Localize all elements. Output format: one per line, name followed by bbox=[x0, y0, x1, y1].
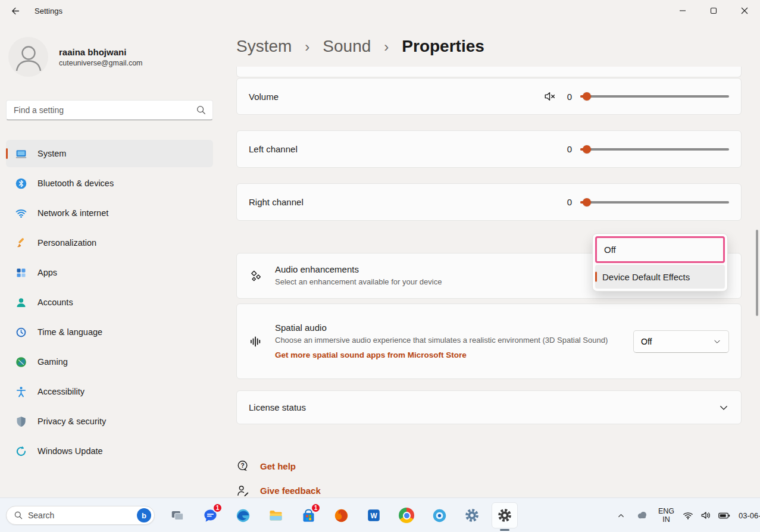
spatial-audio-icon bbox=[249, 334, 264, 349]
breadcrumb-system[interactable]: System bbox=[236, 37, 292, 56]
volume-slider[interactable] bbox=[580, 90, 729, 102]
license-status-label: License status bbox=[249, 402, 306, 412]
volume-value: 0 bbox=[565, 92, 572, 102]
get-help-label: Get help bbox=[260, 461, 296, 471]
license-status-card[interactable]: License status bbox=[236, 390, 742, 424]
taskbar-search[interactable]: b bbox=[6, 506, 155, 525]
audio-enhancements-description: Select an enhancement available for your… bbox=[275, 277, 442, 288]
spatial-audio-store-link[interactable]: Get more spatial sound apps from Microso… bbox=[275, 351, 467, 359]
selected-indicator bbox=[6, 148, 8, 159]
audio-enhancements-dropdown-menu: Off Device Default Effects bbox=[592, 233, 728, 292]
cloud-icon bbox=[635, 508, 649, 522]
settings-search[interactable] bbox=[6, 100, 213, 120]
taskbar-app-task-view[interactable] bbox=[164, 502, 190, 528]
maximize-button[interactable] bbox=[698, 0, 729, 21]
sidebar-item-gaming[interactable]: Gaming bbox=[6, 348, 213, 375]
left-channel-label: Left channel bbox=[249, 144, 298, 154]
windows-update-icon bbox=[15, 445, 27, 458]
taskbar-app-chat[interactable]: 1 bbox=[197, 502, 223, 528]
sidebar-item-label: Windows Update bbox=[37, 446, 103, 456]
left-channel-slider-thumb[interactable] bbox=[583, 145, 591, 154]
right-channel-label: Right channel bbox=[249, 197, 304, 207]
settings-gear-icon bbox=[497, 508, 512, 523]
minimize-button[interactable] bbox=[667, 0, 698, 21]
language-code: ENG bbox=[658, 507, 674, 515]
taskbar-app-file-explorer[interactable] bbox=[262, 502, 289, 528]
sidebar-item-label: Network & internet bbox=[37, 208, 108, 218]
bing-icon[interactable]: b bbox=[137, 508, 151, 522]
network-icon bbox=[15, 207, 27, 220]
mute-button[interactable] bbox=[543, 90, 556, 103]
volume-slider-thumb[interactable] bbox=[583, 92, 591, 101]
gaming-icon bbox=[15, 356, 27, 368]
taskbar-app-store[interactable]: 1 bbox=[295, 502, 321, 528]
taskbar-search-input[interactable] bbox=[28, 511, 132, 520]
right-channel-slider[interactable] bbox=[580, 196, 729, 208]
taskbar-app-firefox[interactable] bbox=[328, 502, 354, 528]
scrollbar[interactable] bbox=[756, 230, 758, 316]
left-channel-card: Left channel 0 bbox=[236, 130, 742, 168]
privacy-icon bbox=[15, 415, 27, 428]
tray-overflow-button[interactable] bbox=[612, 503, 631, 527]
user-profile[interactable]: raaina bhojwani cuteuniverse@gmail.com bbox=[8, 37, 143, 77]
language-switcher[interactable]: ENG IN bbox=[653, 503, 679, 527]
taskbar-app-edge[interactable] bbox=[230, 502, 256, 528]
sidebar-item-label: Time & language bbox=[37, 327, 102, 337]
sidebar-item-privacy-security[interactable]: Privacy & security bbox=[6, 408, 213, 435]
give-feedback-link[interactable]: Give feedback bbox=[236, 484, 321, 497]
taskbar-app-system-tools[interactable] bbox=[459, 502, 485, 528]
spatial-audio-dropdown[interactable]: Off bbox=[633, 330, 729, 353]
chrome-icon bbox=[399, 508, 414, 523]
avatar bbox=[8, 37, 48, 77]
sidebar-item-network-internet[interactable]: Network & internet bbox=[6, 199, 213, 227]
back-button[interactable] bbox=[4, 2, 26, 19]
close-button[interactable] bbox=[729, 0, 760, 21]
bluetooth-icon bbox=[15, 177, 27, 190]
get-help-icon: ? bbox=[236, 459, 250, 473]
taskbar-app-settings[interactable] bbox=[492, 502, 518, 528]
breadcrumb-sound[interactable]: Sound bbox=[323, 37, 371, 56]
dropdown-option-label: Device Default Effects bbox=[602, 272, 690, 282]
slider-track bbox=[580, 201, 729, 204]
volume-status-button[interactable] bbox=[697, 503, 715, 527]
sidebar-item-accessibility[interactable]: Accessibility bbox=[6, 378, 213, 405]
sidebar-item-accounts[interactable]: Accounts bbox=[6, 289, 213, 316]
firefox-icon bbox=[333, 508, 349, 524]
system-tray: ENG IN 03-06- bbox=[612, 498, 760, 532]
left-channel-slider[interactable] bbox=[580, 143, 729, 155]
wifi-status-button[interactable] bbox=[679, 503, 697, 527]
window-controls bbox=[667, 0, 760, 21]
sidebar-item-label: Gaming bbox=[37, 357, 68, 367]
left-channel-value: 0 bbox=[565, 144, 572, 154]
notification-badge: 1 bbox=[212, 503, 223, 513]
sidebar-item-system[interactable]: System bbox=[6, 140, 213, 167]
taskbar-app-word[interactable]: W bbox=[361, 502, 387, 528]
taskbar-app-photos[interactable] bbox=[426, 502, 452, 528]
maximize-icon bbox=[710, 7, 717, 14]
breadcrumb-properties: Properties bbox=[402, 37, 484, 56]
weather-widget-button[interactable] bbox=[631, 503, 653, 527]
taskbar-app-chrome[interactable] bbox=[393, 502, 420, 528]
settings-search-input[interactable] bbox=[14, 105, 196, 115]
photos-icon bbox=[431, 508, 448, 524]
system-icon bbox=[15, 148, 27, 160]
spatial-audio-card: Spatial audio Choose an immersive audio … bbox=[236, 303, 742, 379]
clock-date[interactable]: 03-06- bbox=[734, 511, 760, 520]
sidebar-item-label: Privacy & security bbox=[37, 417, 106, 426]
right-channel-value: 0 bbox=[565, 197, 572, 207]
get-help-link[interactable]: ? Get help bbox=[236, 459, 296, 473]
sidebar-item-bluetooth-devices[interactable]: Bluetooth & devices bbox=[6, 170, 213, 197]
chevron-down-icon[interactable] bbox=[718, 402, 729, 413]
sidebar-item-apps[interactable]: Apps bbox=[6, 259, 213, 286]
user-name: raaina bhojwani bbox=[59, 47, 143, 57]
sidebar-item-personalization[interactable]: Personalization bbox=[6, 229, 213, 256]
slider-track bbox=[580, 148, 729, 151]
right-channel-slider-thumb[interactable] bbox=[583, 198, 591, 206]
dropdown-option-off[interactable]: Off bbox=[595, 236, 725, 263]
battery-status-button[interactable] bbox=[715, 503, 734, 527]
spatial-audio-value: Off bbox=[641, 337, 652, 346]
dropdown-option-device-default-effects[interactable]: Device Default Effects bbox=[595, 265, 725, 289]
volume-muted-icon bbox=[543, 90, 556, 103]
sidebar-item-time-language[interactable]: Time & language bbox=[6, 318, 213, 346]
sidebar-item-windows-update[interactable]: Windows Update bbox=[6, 437, 213, 465]
